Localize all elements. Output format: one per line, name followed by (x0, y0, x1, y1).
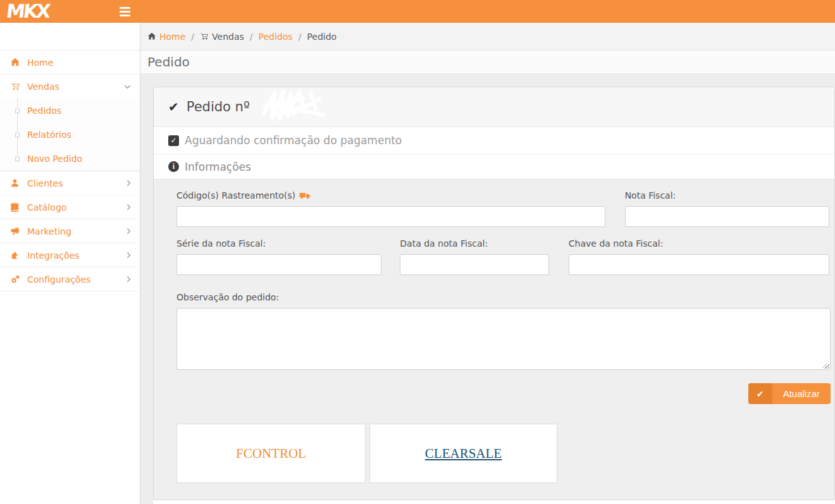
clearsale-panel: CLEARSALE (369, 424, 557, 483)
sidebar-subitem-label: Relatórios (27, 130, 71, 140)
home-icon (10, 58, 21, 68)
breadcrumb-separator: / (185, 32, 200, 42)
sidebar-submenu-vendas: Pedidos Relatórios Novo Pedido (0, 99, 140, 171)
breadcrumb-current: Pedido (307, 32, 337, 42)
chevron-right-icon (127, 180, 131, 187)
breadcrumb: Home / Vendas / Pedidos / Pedido (140, 23, 835, 51)
nota-fiscal-label: Nota Fiscal: (625, 190, 829, 200)
atualizar-button-label: Atualizar (772, 383, 831, 404)
sidebar-item-integracoes[interactable]: Integrações (0, 243, 140, 267)
fcontrol-label: FCONTROL (236, 446, 306, 462)
order-card: ✔ Pedido nº (153, 87, 835, 500)
order-header-title: Pedido nº (187, 99, 250, 114)
sidebar-item-label: Configurações (27, 274, 127, 285)
info-icon: i (168, 161, 179, 172)
serie-nota-input[interactable] (176, 254, 381, 275)
chave-nota-label: Chave da nota Fiscal: (569, 238, 829, 249)
sidebar-subitem-label: Novo Pedido (27, 154, 82, 164)
fcontrol-panel: FCONTROL (176, 424, 366, 483)
sidebar-item-novo-pedido[interactable]: Novo Pedido (0, 147, 140, 171)
clearsale-link[interactable]: CLEARSALE (425, 446, 502, 462)
sidebar-item-label: Home (27, 58, 131, 68)
order-status-text: Aguardando confirmação do pagamento (185, 134, 402, 147)
content-area: ✔ Pedido nº (140, 74, 835, 504)
redaction-scribble (257, 87, 326, 123)
app-logo[interactable]: MKX (0, 0, 112, 23)
order-status-row: ✓ Aguardando confirmação do pagamento (154, 127, 834, 154)
breadcrumb-separator: / (293, 32, 307, 42)
breadcrumb-home[interactable]: Home (147, 32, 185, 42)
chevron-right-icon (127, 276, 131, 283)
sidebar-item-clientes[interactable]: Clientes (0, 171, 140, 195)
order-form: Código(s) Rastreamento(s) Nota Fiscal: (154, 180, 834, 500)
hamburger-menu-icon[interactable] (111, 0, 139, 23)
order-card-header: ✔ Pedido nº (154, 87, 834, 127)
megaphone-icon (10, 226, 21, 237)
breadcrumb-pedidos[interactable]: Pedidos (259, 32, 293, 42)
sidebar-item-label: Marketing (27, 226, 127, 237)
home-icon (147, 32, 157, 41)
chevron-down-icon (124, 85, 131, 89)
data-nota-input[interactable] (400, 254, 549, 275)
user-icon (10, 178, 21, 188)
sidebar-item-relatorios[interactable]: Relatórios (0, 123, 140, 147)
cart-icon (10, 82, 21, 92)
atualizar-button[interactable]: ✔ Atualizar (748, 383, 831, 404)
chave-nota-input[interactable] (569, 254, 829, 275)
data-nota-label: Data da nota Fiscal: (400, 238, 549, 249)
sidebar-item-label: Vendas (27, 82, 124, 92)
breadcrumb-vendas[interactable]: Vendas (200, 32, 244, 42)
sidebar: Home Vendas Pedidos Relatórios Novo Pedi (0, 23, 140, 504)
tracking-codes-input[interactable] (176, 206, 605, 227)
page-title: Pedido (147, 54, 190, 70)
sidebar-item-vendas[interactable]: Vendas (0, 75, 140, 99)
info-section-title: Informações (185, 161, 251, 173)
puzzle-icon (10, 250, 21, 261)
check-icon: ✔ (168, 99, 179, 114)
breadcrumb-label: Pedido (307, 32, 337, 42)
chevron-right-icon (127, 252, 131, 259)
tree-node-icon (15, 157, 20, 161)
gears-icon (10, 274, 21, 285)
breadcrumb-label: Pedidos (259, 32, 293, 42)
tree-node-icon (15, 109, 20, 113)
sidebar-item-marketing[interactable]: Marketing (0, 219, 140, 243)
sidebar-item-pedidos[interactable]: Pedidos (0, 99, 140, 123)
footer-strip (153, 500, 835, 504)
sidebar-item-label: Integrações (27, 250, 127, 261)
info-section-header: i Informações (154, 154, 834, 180)
chevron-right-icon (127, 204, 131, 211)
top-bar: MKX (0, 0, 835, 23)
breadcrumb-label: Vendas (212, 32, 244, 42)
observacao-label: Observação do pedido: (176, 292, 829, 302)
page-title-bar: Pedido (140, 51, 835, 74)
observacao-textarea[interactable] (176, 308, 831, 370)
sidebar-spacer (0, 23, 140, 51)
sidebar-item-home[interactable]: Home (0, 51, 140, 75)
sidebar-item-label: Clientes (27, 178, 127, 188)
sidebar-subitem-label: Pedidos (27, 106, 61, 116)
chevron-right-icon (127, 228, 131, 235)
nota-fiscal-input[interactable] (625, 206, 829, 227)
sidebar-item-catalogo[interactable]: Catálogo (0, 195, 140, 219)
sidebar-item-label: Catálogo (27, 202, 127, 212)
breadcrumb-separator: / (244, 32, 259, 42)
sidebar-item-configuracoes[interactable]: Configurações (0, 267, 140, 292)
serie-nota-label: Série da nota Fiscal: (176, 238, 381, 249)
tracking-codes-label: Código(s) Rastreamento(s) (176, 190, 605, 200)
tree-node-icon (15, 133, 20, 137)
breadcrumb-label: Home (159, 32, 185, 42)
check-icon: ✔ (748, 383, 772, 404)
cart-icon (200, 32, 209, 41)
book-icon (10, 202, 21, 212)
check-square-icon: ✓ (168, 135, 179, 146)
truck-icon (299, 192, 311, 200)
